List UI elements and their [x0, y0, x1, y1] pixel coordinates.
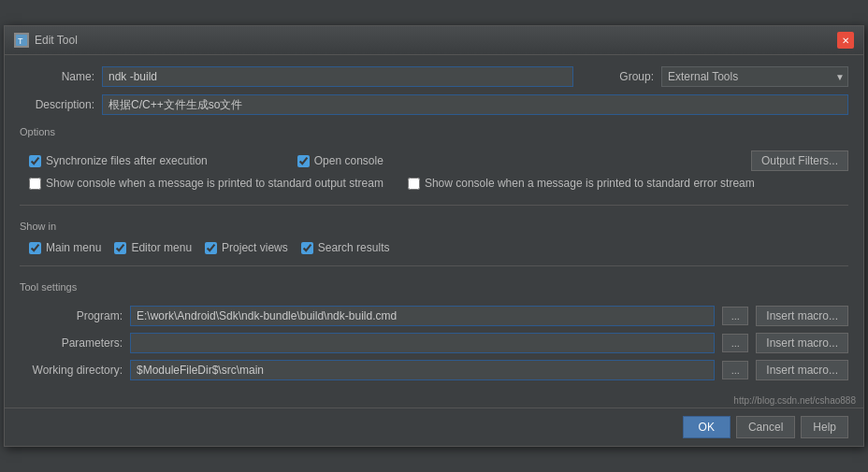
- search-results-label: Search results: [318, 241, 390, 254]
- open-console-label: Open console: [314, 154, 383, 167]
- editor-menu-checkbox[interactable]: [114, 242, 126, 254]
- group-select-wrapper: External Tools ▼: [661, 66, 848, 87]
- group-label: Group:: [607, 70, 654, 83]
- search-results-checkbox[interactable]: [301, 242, 313, 254]
- working-dir-row: Working directory: ... Insert macro...: [20, 360, 848, 380]
- project-views-check[interactable]: Project views: [205, 241, 288, 254]
- main-menu-checkbox[interactable]: [29, 242, 41, 254]
- project-views-label: Project views: [222, 241, 288, 254]
- options-row-2: Show console when a message is printed t…: [20, 177, 848, 190]
- working-dir-insert-macro-button[interactable]: Insert macro...: [756, 360, 848, 380]
- parameters-browse-button[interactable]: ...: [722, 334, 748, 352]
- program-browse-button[interactable]: ...: [722, 307, 748, 325]
- working-dir-browse-button[interactable]: ...: [722, 361, 748, 379]
- open-console-checkbox[interactable]: [297, 155, 310, 167]
- group-select[interactable]: External Tools: [661, 66, 848, 87]
- program-row: Program: ... Insert macro...: [20, 306, 848, 326]
- options-section: Synchronize files after execution Open c…: [20, 147, 848, 193]
- show-console-stdout-check[interactable]: Show console when a message is printed t…: [29, 177, 383, 190]
- show-console-stderr-check[interactable]: Show console when a message is printed t…: [408, 177, 755, 190]
- sync-files-check[interactable]: Synchronize files after execution: [29, 154, 208, 167]
- working-dir-input[interactable]: [130, 360, 715, 380]
- tool-settings-section: Program: ... Insert macro... Parameters:…: [20, 302, 848, 384]
- parameters-label: Parameters:: [20, 336, 123, 350]
- cancel-button[interactable]: Cancel: [736, 416, 795, 438]
- program-insert-macro-button[interactable]: Insert macro...: [756, 306, 848, 326]
- help-button[interactable]: Help: [801, 416, 848, 438]
- program-label: Program:: [20, 309, 123, 322]
- name-input[interactable]: [102, 66, 573, 87]
- project-views-checkbox[interactable]: [205, 242, 217, 254]
- close-button[interactable]: ✕: [837, 32, 854, 49]
- bottom-bar: OK Cancel Help: [5, 408, 863, 446]
- working-dir-label: Working directory:: [20, 364, 123, 377]
- name-label: Name:: [20, 70, 94, 83]
- options-section-label: Options: [20, 126, 848, 137]
- svg-text:T: T: [18, 36, 23, 46]
- show-console-stdout-label: Show console when a message is printed t…: [46, 177, 383, 190]
- tool-settings-label: Tool settings: [20, 281, 848, 293]
- show-in-section-label: Show in: [20, 221, 848, 232]
- name-group-row: Name: Group: External Tools ▼: [20, 66, 848, 87]
- dialog-title: Edit Tool: [35, 34, 78, 47]
- dialog-icon: T: [14, 33, 29, 48]
- description-row: Description:: [20, 94, 848, 115]
- search-results-check[interactable]: Search results: [301, 241, 390, 254]
- sync-files-checkbox[interactable]: [29, 155, 41, 167]
- parameters-insert-macro-button[interactable]: Insert macro...: [756, 333, 848, 353]
- program-input[interactable]: [130, 306, 715, 326]
- watermark: http://blog.csdn.net/cshao888: [5, 395, 863, 408]
- divider-1: [20, 205, 848, 206]
- editor-menu-label: Editor menu: [131, 241, 192, 254]
- title-bar-left: T Edit Tool: [14, 33, 78, 48]
- sync-files-label: Synchronize files after execution: [46, 154, 208, 167]
- editor-menu-check[interactable]: Editor menu: [114, 241, 192, 254]
- main-menu-label: Main menu: [46, 241, 101, 254]
- show-console-stderr-checkbox[interactable]: [408, 178, 420, 190]
- ok-button[interactable]: OK: [683, 416, 731, 438]
- main-menu-check[interactable]: Main menu: [29, 241, 101, 254]
- description-input[interactable]: [102, 94, 848, 115]
- show-in-row: Main menu Editor menu Project views Sear…: [20, 241, 848, 254]
- options-row-1: Synchronize files after execution Open c…: [20, 150, 848, 171]
- open-console-check[interactable]: Open console: [297, 154, 383, 167]
- parameters-row: Parameters: ... Insert macro...: [20, 333, 848, 353]
- show-console-stderr-label: Show console when a message is printed t…: [425, 177, 755, 190]
- title-bar: T Edit Tool ✕: [5, 26, 863, 55]
- dialog-body: Name: Group: External Tools ▼ Descriptio…: [5, 55, 863, 395]
- description-label: Description:: [20, 98, 94, 111]
- divider-2: [20, 265, 848, 266]
- edit-tool-dialog: T Edit Tool ✕ Name: Group: External Tool…: [4, 25, 864, 447]
- parameters-input[interactable]: [130, 333, 715, 353]
- show-console-stdout-checkbox[interactable]: [29, 178, 41, 190]
- output-filters-button[interactable]: Output Filters...: [751, 150, 848, 171]
